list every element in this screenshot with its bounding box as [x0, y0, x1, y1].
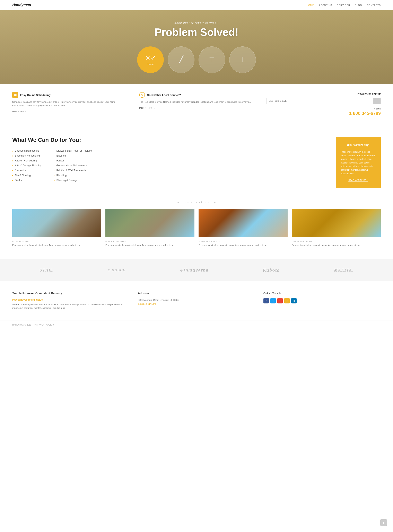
testimonial-next-button[interactable]: ›: [383, 160, 383, 165]
services-columns: Bathroom Remodeling Basement Remodeling …: [12, 149, 328, 184]
recent-label: recent projects: [183, 201, 210, 203]
hero-subtitle: need quality repair service?: [137, 21, 256, 24]
list-item: Decks: [12, 179, 41, 182]
project-more-2[interactable]: ▸: [172, 244, 173, 246]
scheduling-title: Easy Online Scheduling!: [20, 93, 51, 97]
linkedin-icon[interactable]: in: [291, 298, 297, 303]
project-image-3: [199, 209, 288, 237]
twitter-icon[interactable]: t: [270, 298, 276, 303]
scheduling-more-link[interactable]: MORE INFO: [12, 111, 29, 113]
list-item: Shelving & Storage: [54, 179, 92, 182]
project-image-1: [12, 209, 101, 237]
copyright-text: HANDYMAN © 2013: [12, 324, 31, 326]
footer-col-address: Address 2901 Marmora Road, Glasgow, D04 …: [138, 292, 255, 310]
nav-blog[interactable]: BLOG: [355, 4, 362, 6]
services-list-2: Drywall Install, Patch or Replace Electr…: [54, 149, 92, 184]
testimonial-prev-button[interactable]: ‹: [333, 160, 334, 165]
info-newsletter: Newsletter Signup → call us 1 800 345-67…: [260, 92, 381, 116]
project-category-4: LACUS HENDRERIT: [292, 240, 381, 242]
call-us-label: call us: [266, 107, 381, 110]
nav-links: HOME ABOUT US SERVICES BLOG CONTACTS: [306, 4, 381, 7]
list-item: Fences: [54, 159, 92, 162]
facebook-icon[interactable]: f: [263, 298, 269, 303]
footer-col-about: Simple Promise. Consistent Delivery. Pra…: [12, 292, 130, 310]
brand-makita: MAKITA.: [334, 268, 354, 273]
nav-contacts[interactable]: CONTACTS: [367, 4, 381, 6]
footer-highlight: Praesent vestibulm luctus.: [12, 298, 43, 301]
local-title-row: ◎ Need Other Local Service?: [139, 92, 254, 98]
scheduling-text: Schedule, track and pay for your project…: [12, 100, 127, 107]
brand-stihl: STIHL: [39, 268, 53, 273]
navigation: Handyman HOME ABOUT US SERVICES BLOG CON…: [0, 0, 393, 10]
testimonial-box: ‹ What Clients Say: Praesent vestibulum …: [336, 137, 381, 188]
project-desc-1: Praesent vestibulum molestie lacus. Aene…: [12, 244, 101, 247]
newsletter-title: Newsletter Signup: [266, 92, 381, 95]
phone-number: 1 800 345-6789: [266, 111, 381, 116]
info-scheduling: ▦ Easy Online Scheduling! Schedule, trac…: [12, 92, 133, 116]
newsletter-submit-button[interactable]: →: [373, 98, 381, 104]
newsletter-form: →: [266, 98, 381, 104]
local-text: The HomeTask Service Network includes na…: [139, 100, 254, 104]
footer-about-title: Simple Promise. Consistent Delivery.: [12, 292, 130, 295]
footer-bottom: HANDYMAN © 2013 PRIVACY POLICY: [0, 320, 393, 329]
recent-projects-section: ◂ recent projects ▸ LLOREM IPSUM Praesen…: [0, 196, 393, 259]
project-category-2: AENEAN NONUMMY: [105, 240, 194, 242]
info-strip: ▦ Easy Online Scheduling! Schedule, trac…: [0, 84, 393, 124]
footer-about-text: Aenean nonummy tincreunt mauris. Phasell…: [12, 303, 130, 310]
list-item: Drywall Install, Patch or Replace: [54, 149, 92, 152]
local-title: Need Other Local Service?: [147, 93, 181, 97]
local-icon: ◎: [139, 92, 145, 98]
project-image-2: [105, 209, 194, 237]
services-list-1: Bathroom Remodeling Basement Remodeling …: [12, 149, 41, 184]
project-more-4[interactable]: ▸: [359, 244, 360, 246]
projects-prev-button[interactable]: ◂: [177, 200, 179, 204]
projects-next-button[interactable]: ▸: [214, 200, 216, 204]
hero-circles: ✕✓ repair ╱ ⊤ ⌶: [137, 46, 256, 73]
brand-kubota: Kubota: [263, 268, 280, 273]
rss-icon[interactable]: ☁: [284, 298, 290, 303]
hero-title: Problem Solved!: [137, 26, 256, 38]
brand-bosch: ⊙ BOSCH: [108, 268, 126, 272]
repair-icon: ✕✓: [145, 54, 156, 62]
project-more-1[interactable]: ▸: [79, 244, 80, 246]
tool-icon: ⊤: [209, 55, 215, 63]
footer-address-text: 2901 Marmora Road, Glasgow, D04 89GR: [138, 298, 255, 302]
services-left: What We Can Do for You: Bathroom Remodel…: [12, 137, 328, 188]
project-card-1: LLOREM IPSUM Praesent vestibulum molesti…: [12, 209, 101, 247]
newsletter-email-input[interactable]: [266, 98, 373, 104]
hero-circle-4[interactable]: ⌶: [229, 46, 256, 73]
testimonial-area: ‹ What Clients Say: Praesent vestibulum …: [336, 137, 381, 188]
project-desc-4: Praesent vestibulum molestie lacus. Aene…: [292, 244, 381, 247]
project-category-1: LLOREM IPSUM: [12, 240, 101, 242]
hero-circle-3[interactable]: ⊤: [199, 46, 225, 73]
project-card-2: AENEAN NONUMMY Praesent vestibulum moles…: [105, 209, 194, 247]
project-category-3: VESTIBULUM MOLESTIE: [199, 240, 288, 242]
project-more-3[interactable]: ▸: [265, 244, 266, 246]
social-icons-row: f t ✉ ☁ in: [263, 298, 381, 303]
hammer-icon: ⌶: [241, 55, 245, 63]
list-item: Basement Remodeling: [12, 154, 41, 157]
privacy-policy-link[interactable]: PRIVACY POLICY: [34, 324, 54, 326]
services-section: What We Can Do for You: Bathroom Remodel…: [0, 124, 393, 196]
list-item: Tile & Flooring: [12, 174, 41, 177]
circle-repair-label: repair: [147, 63, 154, 65]
screwdriver-icon: ╱: [179, 55, 183, 63]
info-local-service: ◎ Need Other Local Service? The HomeTask…: [133, 92, 260, 116]
nav-services[interactable]: SERVICES: [337, 4, 350, 6]
list-item: General Home Maintenance: [54, 164, 92, 167]
testimonial-text: Praesent vestibulum molestie luctus. Aen…: [341, 150, 376, 175]
brands-section: STIHL ⊙ BOSCH ⊕Husqvarna Kubota MAKITA.: [0, 259, 393, 281]
recent-header: ◂ recent projects ▸: [12, 200, 381, 204]
footer-email-link[interactable]: ino@demolink.org: [138, 303, 156, 305]
email-social-icon[interactable]: ✉: [277, 298, 283, 303]
calendar-icon: ▦: [12, 92, 18, 98]
testimonial-author-link[interactable]: READ MORE INFO...: [341, 179, 376, 182]
local-more-link[interactable]: MORE INFO: [139, 107, 156, 109]
nav-home[interactable]: HOME: [306, 4, 314, 7]
scheduling-title-row: ▦ Easy Online Scheduling!: [12, 92, 127, 98]
hero-circle-repair[interactable]: ✕✓ repair: [137, 46, 164, 73]
projects-grid: LLOREM IPSUM Praesent vestibulum molesti…: [12, 209, 381, 247]
nav-about[interactable]: ABOUT US: [319, 4, 332, 6]
hero-circle-2[interactable]: ╱: [168, 46, 194, 73]
project-desc-3: Praesent vestibulum molestie lacus. Aene…: [199, 244, 288, 247]
